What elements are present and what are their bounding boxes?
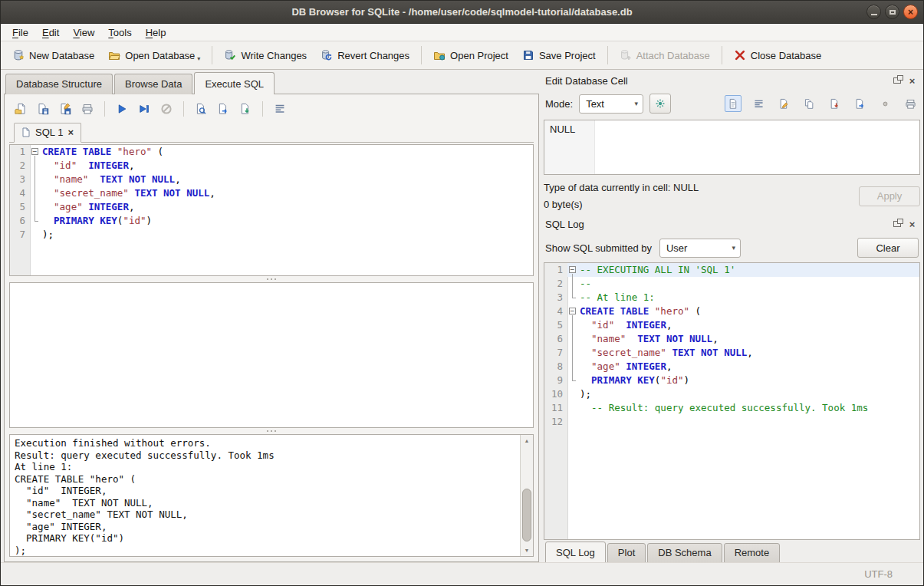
save-sql-file-button[interactable] (33, 100, 53, 118)
code-line[interactable]: 5 "age" INTEGER, (10, 200, 533, 214)
word-wrap-button[interactable] (270, 100, 290, 118)
log-filter-combobox[interactable]: User ▾ (659, 239, 741, 258)
tab-database-structure[interactable]: Database Structure (5, 74, 113, 94)
tab-plot[interactable]: Plot (607, 543, 646, 563)
find-replace-button[interactable] (191, 100, 211, 118)
close-icon: × (909, 76, 916, 86)
menu-view[interactable]: View (66, 25, 101, 41)
float-dock-button[interactable] (890, 218, 903, 231)
save-project-button[interactable]: Save Project (515, 44, 603, 66)
fold-marker-icon[interactable]: − (567, 305, 578, 318)
vertical-scrollbar[interactable]: ▲ ▼ (520, 435, 533, 556)
code-line[interactable]: 10); (544, 387, 919, 401)
scrollbar-thumb[interactable] (522, 489, 531, 542)
print-cell-button[interactable] (902, 95, 919, 112)
menu-edit[interactable]: Edit (35, 25, 66, 41)
execution-message-pane[interactable]: Execution finished without errors. Resul… (9, 434, 534, 557)
code-line[interactable]: 9 PRIMARY KEY("id") (544, 374, 919, 387)
cell-editor[interactable]: NULL (544, 120, 920, 175)
copy-cell-button[interactable] (801, 95, 817, 112)
code-line[interactable]: 1−-- EXECUTING ALL IN 'SQL 1' (544, 263, 919, 277)
execute-line-button[interactable] (134, 100, 154, 118)
code-text: -- EXECUTING ALL IN 'SQL 1' (578, 263, 919, 277)
menu-tools[interactable]: Tools (101, 25, 138, 41)
export-cell-data-button[interactable] (851, 95, 868, 112)
import-cell-data-button[interactable] (826, 95, 843, 112)
open-database-button[interactable]: Open Database ▾ (101, 44, 207, 67)
export-data-icon (854, 98, 866, 110)
sql-editor[interactable]: 1−CREATE TABLE "hero" (2 "id" INTEGER,3 … (9, 144, 534, 276)
code-line[interactable]: 2 "id" INTEGER, (10, 159, 533, 173)
titlebar[interactable]: DB Browser for SQLite - /home/user/code/… (1, 1, 923, 24)
menu-file[interactable]: File (5, 25, 35, 41)
encoding-indicator[interactable]: UTF-8 (864, 568, 893, 580)
fold-marker-icon (567, 374, 578, 387)
fold-marker-icon[interactable]: − (30, 145, 41, 159)
mode-value: Text (586, 98, 604, 110)
window-title: DB Browser for SQLite - /home/user/code/… (291, 6, 632, 18)
results-grid[interactable] (9, 282, 534, 428)
scroll-down-icon[interactable]: ▼ (524, 548, 530, 553)
splitter-handle[interactable] (9, 428, 534, 434)
edit-cell-button[interactable] (775, 95, 792, 112)
new-database-label: New Database (29, 50, 94, 61)
export-sql-button[interactable] (213, 100, 233, 118)
fold-marker-icon (567, 318, 578, 332)
tab-browse-data[interactable]: Browse Data (114, 74, 192, 94)
tab-remote[interactable]: Remote (724, 543, 781, 563)
maximize-button[interactable] (885, 5, 899, 19)
code-line[interactable]: 6 "name" TEXT NOT NULL, (544, 332, 919, 346)
toolbar-separator (607, 46, 608, 64)
word-wrap-cell-button[interactable] (750, 95, 767, 112)
fold-marker-icon[interactable]: − (567, 263, 578, 277)
menu-help[interactable]: Help (139, 25, 173, 41)
tab-db-schema[interactable]: DB Schema (647, 543, 722, 563)
print-icon (905, 98, 916, 110)
clear-log-button[interactable]: Clear (857, 238, 919, 258)
splitter-handle[interactable] (9, 276, 534, 282)
code-line[interactable]: 8 "age" INTEGER, (544, 360, 919, 374)
execute-all-button[interactable] (112, 100, 132, 118)
scroll-up-icon[interactable]: ▲ (524, 438, 530, 443)
code-line[interactable]: 2-- (544, 277, 919, 291)
close-sql-tab-icon[interactable]: × (67, 127, 74, 137)
sql-log-view[interactable]: 1−-- EXECUTING ALL IN 'SQL 1'2--3-- At l… (544, 262, 920, 540)
open-database-dropdown-icon[interactable]: ▾ (197, 55, 200, 62)
code-line[interactable]: 4 "secret_name" TEXT NOT NULL, (10, 186, 533, 200)
set-null-button[interactable] (876, 95, 893, 112)
print-sql-button[interactable] (77, 100, 97, 118)
tab-execute-sql[interactable]: Execute SQL (194, 72, 275, 94)
sql-tab[interactable]: SQL 1 × (14, 123, 81, 143)
write-changes-button[interactable]: Write Changes (217, 44, 314, 66)
code-line[interactable]: 7 "secret_name" TEXT NOT NULL, (544, 346, 919, 360)
line-number: 12 (544, 415, 567, 429)
code-line[interactable]: 11 -- Result: query executed successfull… (544, 401, 919, 415)
code-line[interactable]: 1−CREATE TABLE "hero" ( (10, 145, 533, 159)
code-line[interactable]: 4−CREATE TABLE "hero" ( (544, 305, 919, 318)
float-dock-button[interactable] (890, 74, 903, 87)
code-line[interactable]: 5 "id" INTEGER, (544, 318, 919, 332)
code-line[interactable]: 7); (10, 228, 533, 242)
close-dock-button[interactable]: × (906, 74, 919, 87)
revert-changes-button[interactable]: Revert Changes (314, 44, 416, 66)
mode-combobox[interactable]: Text ▾ (579, 94, 643, 114)
open-sql-file-button[interactable] (11, 100, 31, 118)
text-mode-button[interactable] (725, 95, 742, 112)
cell-type-info: Type of data currently in cell: NULL (544, 182, 699, 193)
minimize-button[interactable] (866, 5, 881, 19)
save-sql-file-as-button[interactable] (55, 100, 75, 118)
close-dock-button[interactable]: × (906, 218, 919, 231)
import-from-file-button[interactable] (649, 94, 671, 114)
save-results-button[interactable] (235, 100, 255, 118)
code-line[interactable]: 12 (544, 415, 919, 429)
new-database-button[interactable]: New Database (5, 44, 101, 66)
code-line[interactable]: 3 "name" TEXT NOT NULL, (10, 173, 533, 186)
tab-sql-log[interactable]: SQL Log (545, 542, 606, 563)
chevron-down-icon: ▾ (635, 100, 639, 107)
close-window-button[interactable]: × (903, 5, 918, 19)
code-line[interactable]: 3-- At line 1: (544, 291, 919, 305)
code-line[interactable]: 6 PRIMARY KEY("id") (10, 214, 533, 228)
close-database-button[interactable]: Close Database (727, 44, 829, 66)
sql-tab-label: SQL 1 (35, 127, 63, 138)
open-project-button[interactable]: Open Project (426, 44, 515, 66)
